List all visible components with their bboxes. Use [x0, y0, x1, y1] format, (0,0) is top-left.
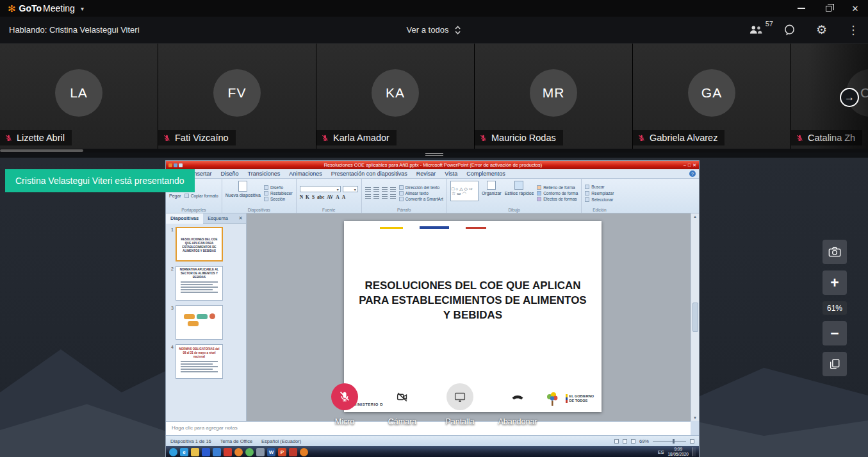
ppt-ribbon-tab[interactable]: Presentación con diapositivas [327, 169, 412, 179]
reset-button[interactable]: Restablecer [264, 191, 293, 195]
app-icon-gray[interactable] [256, 448, 265, 456]
media-player-icon[interactable] [202, 448, 210, 456]
ppt-ribbon-tab[interactable]: Vista [440, 169, 462, 179]
fit-to-window-icon[interactable] [690, 439, 694, 444]
app-icon-orange[interactable] [300, 448, 308, 456]
screen-icon [453, 390, 467, 404]
close-button[interactable]: ✕ [850, 3, 860, 13]
divider-drag-handle[interactable] [425, 153, 443, 157]
new-slide-button[interactable]: Nueva diapositiva [225, 181, 261, 205]
internet-explorer-icon[interactable]: e [180, 448, 188, 456]
participant-tile[interactable]: FV Fati Vizcaíno [158, 44, 316, 149]
save-icon[interactable] [174, 163, 177, 167]
ribbon-group-editing: Buscar Reemplazar Seleccionar Edición [582, 179, 617, 213]
restore-button[interactable] [823, 3, 833, 13]
app-icon-red[interactable] [289, 448, 297, 456]
leave-meeting-button[interactable]: Abandonar [501, 383, 534, 426]
layout-button[interactable]: Diseño [264, 185, 293, 190]
view-mode-selector[interactable]: Ver a todos [407, 25, 462, 35]
tab-outline[interactable]: Esquema [203, 213, 233, 224]
show-desktop-button[interactable] [692, 447, 696, 456]
ppt-minimize-button[interactable]: – [684, 163, 686, 167]
word-icon[interactable]: W [267, 448, 275, 456]
font-style-button[interactable]: AV [327, 194, 333, 200]
slide-thumbnail[interactable]: 1 RESOLUCIONES DEL COE QUE APLICAN PARA … [166, 227, 244, 262]
font-family-select[interactable]: ▾ [300, 186, 341, 192]
chat-button[interactable] [783, 24, 796, 36]
slide-thumbnail[interactable]: 3 [166, 305, 244, 340]
adobe-reader-icon[interactable] [224, 448, 232, 456]
quick-styles-button[interactable]: Estilos rápidos [505, 181, 534, 205]
align-text-button[interactable]: Alinear texto [399, 191, 443, 195]
font-style-button[interactable]: S [312, 194, 315, 200]
copy-view-button[interactable] [823, 352, 847, 376]
shapes-gallery[interactable]: □ ○ △ ◇ ⇨ ☆ ▭ ◠ [450, 181, 479, 201]
powerpoint-icon[interactable]: P [278, 448, 286, 456]
zoom-in-button[interactable]: + [823, 270, 847, 295]
mic-button[interactable]: Micro [328, 383, 361, 426]
scroll-up-icon[interactable]: ▲ [693, 215, 697, 219]
find-button[interactable]: Buscar [585, 185, 614, 189]
font-style-button[interactable]: A [342, 194, 345, 200]
taskbar-clock[interactable]: 9:09 18/05/2020 [667, 447, 689, 457]
tab-slides[interactable]: Diapositivas [166, 213, 203, 224]
ppt-quick-access[interactable] [168, 163, 183, 167]
brand-caret-icon[interactable]: ▾ [81, 5, 84, 12]
shape-effects-button[interactable]: Efectos de formas [537, 197, 578, 201]
participants-button[interactable]: 57 [748, 25, 763, 35]
shape-fill-button[interactable]: Relleno de forma [537, 185, 578, 190]
participant-tile[interactable]: KA Karla Amador [316, 44, 474, 149]
minimize-button[interactable] [796, 3, 807, 13]
firefox-icon[interactable] [234, 448, 243, 456]
smartart-button[interactable]: Convertir a SmartArt [399, 197, 443, 201]
ppt-ribbon-tab[interactable]: Revisar [412, 169, 441, 179]
ppt-restore-button[interactable]: □ [688, 163, 691, 167]
font-style-button[interactable]: N [300, 194, 303, 200]
slide-scrollbar[interactable]: ▲ ▼ [691, 213, 699, 421]
scrollbar-thumb[interactable] [692, 303, 698, 332]
participant-tile[interactable]: LA Lizette Abril [0, 44, 158, 149]
app-icon-blue[interactable] [213, 448, 221, 456]
slide-thumbnail[interactable]: 2 NORMATIVA APLICABLE AL SECTOR DE ALIME… [166, 266, 244, 301]
font-style-button[interactable]: K [306, 194, 309, 200]
panel-close-icon[interactable]: ✕ [238, 215, 243, 221]
snapshot-button[interactable] [823, 240, 847, 264]
font-style-button[interactable]: A [336, 194, 339, 200]
ppt-ribbon-tab[interactable]: Animaciones [284, 169, 327, 179]
ppt-close-button[interactable]: ✕ [692, 163, 696, 167]
ppt-ribbon-tab[interactable]: Complementos [462, 169, 510, 179]
font-size-select[interactable]: ▾ [343, 186, 358, 192]
chrome-icon[interactable] [245, 448, 254, 456]
shape-outline-button[interactable]: Contorno de forma [537, 191, 578, 195]
text-direction-button[interactable]: Dirección del texto [399, 185, 443, 190]
slideshow-view-icon[interactable] [631, 439, 635, 444]
ppt-ribbon-tab[interactable]: Diseño [217, 169, 243, 179]
participant-tile[interactable]: GA Gabriela Alvarez [633, 44, 790, 149]
normal-view-icon[interactable] [614, 439, 619, 444]
screen-share-button[interactable]: Pantalla [443, 383, 477, 426]
zoom-slider[interactable] [653, 441, 686, 442]
section-button[interactable]: Sección [264, 197, 293, 201]
camera-button[interactable]: Cámara [386, 383, 419, 426]
slide-thumbnail[interactable]: 4 NORMAS OBLIGATORIAS del 08 al 31 de ma… [166, 344, 244, 379]
more-options-button[interactable]: ⋮ [848, 24, 859, 36]
help-icon[interactable]: ? [689, 170, 696, 177]
brand[interactable]: ✻ GoTo Meeting ▾ [8, 3, 84, 13]
zoom-out-button[interactable]: − [823, 321, 847, 345]
font-style-button[interactable]: abc [317, 194, 324, 200]
sorter-view-icon[interactable] [623, 439, 627, 444]
select-button[interactable]: Seleccionar [585, 197, 614, 202]
language-label[interactable]: Español (Ecuador) [261, 438, 301, 444]
arrange-button[interactable]: Organizar [482, 181, 502, 205]
ppt-ribbon-tab[interactable]: Transiciones [243, 169, 285, 179]
start-button[interactable] [169, 448, 177, 456]
font-style-buttons[interactable]: NKSabcAVAA [300, 194, 358, 200]
replace-button[interactable]: Reemplazar [585, 191, 614, 195]
settings-button[interactable]: ⚙ [816, 24, 827, 36]
language-indicator[interactable]: ES [658, 450, 664, 454]
scroll-down-icon[interactable]: ▼ [693, 416, 697, 420]
participant-tile[interactable]: MR Mauricio Rodas [475, 44, 632, 149]
libraries-folder-icon[interactable] [191, 448, 199, 456]
next-participants-button[interactable]: → [840, 88, 859, 107]
copy-format-button[interactable]: Copiar formato [184, 194, 218, 198]
